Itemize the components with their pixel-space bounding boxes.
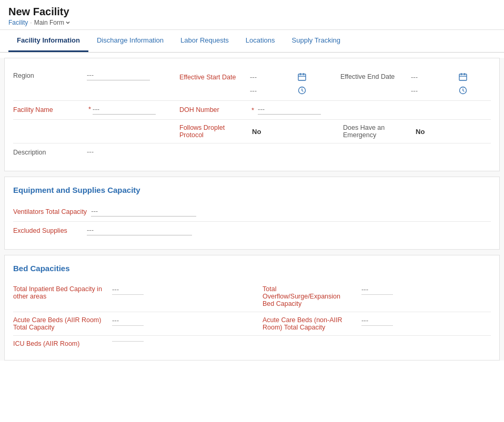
breadcrumb-separator: ·: [30, 19, 32, 26]
content-area: Region --- Effective Start Date ---: [0, 58, 504, 361]
facility-name-row: Facility Name * --- DOH Number * ---: [13, 101, 491, 120]
facility-name-label: Facility Name: [13, 105, 87, 114]
bed-value-icu-aiir[interactable]: [112, 340, 144, 342]
bed-row-0: Total Inpatient Bed Capacity in other ar…: [13, 281, 491, 312]
ventilators-value[interactable]: ---: [91, 207, 196, 217]
bed-capacities-section: Bed Capacities Total Inpatient Bed Capac…: [4, 255, 500, 361]
tab-facility-information[interactable]: Facility Information: [8, 30, 88, 52]
does-have-emergency-field: Does Have an Emergency No: [343, 124, 491, 139]
effective-end-date-field: Effective End Date --- ---: [340, 71, 491, 96]
facility-info-section: Region --- Effective Start Date ---: [4, 58, 500, 171]
facility-name-value[interactable]: ---: [93, 105, 156, 115]
effective-start-label: Effective Start Date: [179, 73, 248, 81]
breadcrumb-main-form[interactable]: Main Form: [34, 19, 70, 26]
follows-droplet-value: No: [252, 128, 294, 136]
does-have-emergency-value: No: [416, 128, 458, 136]
calendar-icon-end[interactable]: [457, 71, 469, 83]
equipment-section: Equipment and Supplies Capacity Ventilat…: [4, 177, 500, 250]
tabs-bar: Facility Information Discharge Informati…: [0, 30, 504, 53]
breadcrumb-facility[interactable]: Facility: [8, 19, 28, 26]
effective-end-time-value[interactable]: ---: [411, 87, 453, 95]
ventilators-row: Ventilators Total Capacity ---: [13, 203, 491, 222]
equipment-section-title: Equipment and Supplies Capacity: [13, 186, 491, 194]
doh-number-label: DOH Number: [179, 106, 248, 114]
bed-row-1: Acute Care Beds (AIIR Room) Total Capaci…: [13, 312, 491, 336]
region-value[interactable]: ---: [87, 71, 150, 80]
facility-name-field: Facility Name * ---: [13, 105, 169, 115]
description-field: Description ---: [13, 148, 491, 156]
doh-number-value[interactable]: ---: [258, 105, 321, 115]
tab-discharge-information[interactable]: Discharge Information: [88, 30, 172, 52]
effective-start-date-value1[interactable]: ---: [250, 73, 292, 81]
description-label: Description: [13, 148, 87, 156]
follows-droplet-field: Follows Droplet Protocol No: [179, 124, 327, 139]
svg-rect-5: [459, 74, 467, 80]
follows-droplet-label: Follows Droplet Protocol: [179, 124, 248, 139]
effective-start-time-value[interactable]: ---: [250, 87, 292, 95]
doh-required: *: [251, 106, 254, 114]
effective-end-date-value1[interactable]: ---: [411, 73, 453, 81]
tab-labor-requests[interactable]: Labor Requests: [172, 30, 237, 52]
bed-value-acute-aiir[interactable]: ---: [112, 316, 144, 326]
bed-label-acute-aiir: Acute Care Beds (AIIR Room) Total Capaci…: [13, 316, 108, 331]
bed-capacities-title: Bed Capacities: [13, 264, 491, 273]
description-row: Description ---: [13, 143, 491, 162]
excluded-supplies-row: Excluded Supplies ---: [13, 222, 491, 241]
tab-locations[interactable]: Locations: [237, 30, 284, 52]
effective-start-date-field: Effective Start Date --- ---: [179, 71, 330, 96]
bed-label-acute-non-aiir: Acute Care Beds (non-AIIR Room) Total Ca…: [263, 316, 357, 331]
protocols-row: Follows Droplet Protocol No Does Have an…: [13, 120, 491, 143]
facility-name-required: *: [88, 105, 91, 113]
bed-label-total-overflow: Total Overflow/Surge/Expansion Bed Capac…: [263, 285, 357, 307]
tab-supply-tracking[interactable]: Supply Tracking: [284, 30, 349, 52]
breadcrumb: Facility · Main Form: [8, 19, 496, 26]
region-label: Region: [13, 71, 87, 79]
region-field: Region ---: [13, 71, 169, 80]
page-header: New Facility Facility · Main Form: [0, 0, 504, 30]
bed-row-2: ICU Beds (AIIR Room): [13, 336, 491, 352]
page-title: New Facility: [8, 5, 496, 18]
ventilators-field: Ventilators Total Capacity ---: [13, 207, 491, 217]
chevron-down-icon: [65, 20, 70, 25]
does-have-emergency-label: Does Have an Emergency: [343, 124, 411, 139]
calendar-icon-start[interactable]: [296, 71, 308, 83]
bed-label-icu-aiir: ICU Beds (AIIR Room): [13, 340, 108, 347]
description-value[interactable]: ---: [87, 148, 129, 156]
excluded-supplies-value[interactable]: ---: [87, 226, 192, 235]
clock-icon-end[interactable]: [457, 85, 469, 96]
excluded-supplies-field: Excluded Supplies ---: [13, 226, 491, 235]
region-row: Region --- Effective Start Date ---: [13, 67, 491, 101]
excluded-supplies-label: Excluded Supplies: [13, 226, 87, 234]
bed-value-total-inpatient[interactable]: ---: [112, 285, 144, 295]
effective-end-label: Effective End Date: [340, 73, 409, 80]
svg-rect-0: [298, 74, 306, 80]
clock-icon-start[interactable]: [296, 85, 308, 96]
bed-value-acute-non-aiir[interactable]: ---: [361, 316, 393, 326]
bed-label-total-inpatient: Total Inpatient Bed Capacity in other ar…: [13, 285, 108, 300]
ventilators-label: Ventilators Total Capacity: [13, 207, 91, 215]
bed-value-total-overflow[interactable]: ---: [361, 285, 393, 295]
